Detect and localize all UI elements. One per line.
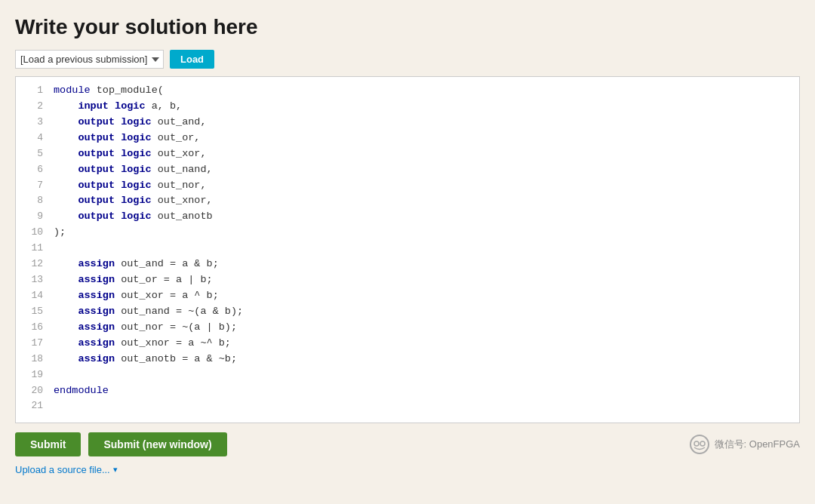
code-line-12: 12 assign out_and = a & b; [16, 257, 799, 272]
line-number: 19 [22, 367, 43, 383]
upload-link[interactable]: Upload a source file... ▾ [15, 464, 800, 475]
line-number: 21 [22, 398, 43, 413]
code-line-4: 4 output logic out_or, [16, 131, 799, 146]
submit-button[interactable]: Submit [15, 432, 81, 456]
code-line-21: 21 [16, 398, 799, 414]
code-line-18: 18 assign out_anotb = a & ~b; [16, 352, 799, 367]
code-line-3: 3 output logic out_and, [16, 115, 799, 131]
line-number: 5 [22, 146, 43, 161]
code-line-8: 8 output logic out_xnor, [16, 193, 799, 209]
line-number: 16 [22, 320, 43, 335]
line-number: 18 [22, 352, 43, 367]
line-number: 6 [22, 162, 43, 177]
submit-new-window-button[interactable]: Submit (new window) [88, 432, 226, 456]
code-line-6: 6 output logic out_nand, [16, 162, 799, 178]
submission-select[interactable]: [Load a previous submission] [15, 50, 164, 69]
line-number: 10 [22, 225, 43, 240]
line-number: 1 [22, 83, 43, 98]
watermark: 微信号: OpenFPGA [689, 434, 800, 455]
code-line-15: 15 assign out_nand = ~(a & b); [16, 304, 799, 320]
toolbar: [Load a previous submission] Load [15, 50, 800, 69]
line-number: 12 [22, 257, 43, 272]
line-number: 14 [22, 288, 43, 303]
watermark-icon [689, 434, 710, 455]
line-number: 13 [22, 272, 43, 287]
code-line-17: 17 assign out_xnor = a ~^ b; [16, 336, 799, 352]
code-line-11: 11 [16, 241, 799, 257]
line-number: 3 [22, 115, 43, 130]
line-number: 20 [22, 383, 43, 398]
code-line-20: 20 endmodule [16, 383, 799, 399]
line-number: 11 [22, 241, 43, 256]
code-line-16: 16 assign out_nor = ~(a | b); [16, 320, 799, 336]
svg-point-2 [700, 441, 705, 446]
line-number: 4 [22, 131, 43, 146]
line-number: 2 [22, 99, 43, 114]
code-line-9: 9 output logic out_anotb [16, 209, 799, 225]
code-editor[interactable]: 1 module top_module( 2 input logic a, b,… [15, 76, 800, 423]
svg-point-0 [690, 435, 709, 453]
code-line-1: 1 module top_module( [16, 83, 799, 99]
code-line-7: 7 output logic out_nor, [16, 178, 799, 194]
line-number: 9 [22, 209, 43, 224]
upload-link-text: Upload a source file... [15, 464, 110, 475]
line-number: 15 [22, 304, 43, 319]
chevron-down-icon: ▾ [113, 465, 118, 475]
code-line-2: 2 input logic a, b, [16, 99, 799, 115]
line-number: 17 [22, 336, 43, 351]
bottom-toolbar: Submit Submit (new window) 微信号: OpenFPGA [15, 432, 800, 456]
code-line-5: 5 output logic out_xor, [16, 146, 799, 162]
load-button[interactable]: Load [170, 50, 214, 69]
line-number: 8 [22, 193, 43, 208]
svg-point-1 [694, 441, 699, 446]
code-line-13: 13 assign out_or = a | b; [16, 272, 799, 288]
main-container: Write your solution here [Load a previou… [15, 15, 800, 475]
code-line-14: 14 assign out_xor = a ^ b; [16, 288, 799, 304]
page-title: Write your solution here [15, 15, 800, 39]
code-line-19: 19 [16, 367, 799, 383]
line-number: 7 [22, 178, 43, 193]
code-line-10: 10 ); [16, 225, 799, 241]
watermark-text: 微信号: OpenFPGA [715, 438, 800, 451]
